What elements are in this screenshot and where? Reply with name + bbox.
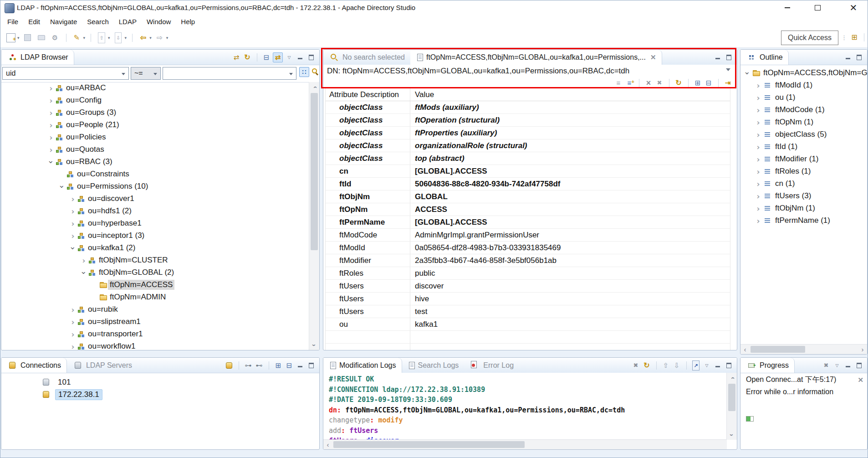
tree-item[interactable]: ›ou=Groups (3) xyxy=(1,107,309,119)
refresh-icon[interactable] xyxy=(642,361,651,370)
tab-modification-logs[interactable]: Modification Logs xyxy=(323,358,402,373)
search-value-combo[interactable] xyxy=(163,67,296,80)
plug2-icon[interactable] xyxy=(255,361,264,370)
attribute-row[interactable]: ftUsersdiscover xyxy=(326,280,730,293)
save-button[interactable] xyxy=(21,32,34,44)
chevron-right-icon[interactable]: › xyxy=(69,340,77,350)
attribute-row[interactable]: objectClassftOperation (structural) xyxy=(326,114,730,127)
log-vscrollbar[interactable]: › › xyxy=(726,373,737,440)
cancel-task-icon[interactable]: ✕ xyxy=(858,376,863,384)
dropdown-arrow-icon[interactable]: ▾ xyxy=(166,36,168,40)
attribute-row[interactable]: objectClassorganizationalRole (structura… xyxy=(326,139,730,152)
close-tab-icon[interactable]: ✕ xyxy=(650,53,656,62)
remove-all-icon[interactable] xyxy=(822,361,831,370)
gear-button[interactable] xyxy=(49,32,61,44)
outline-item[interactable]: ›ftRoles (1) xyxy=(740,165,867,178)
chevron-right-icon[interactable]: › xyxy=(754,129,762,141)
chevron-right-icon[interactable]: › xyxy=(47,144,55,156)
attribute-row[interactable]: ftPermName[GLOBAL].ACCESS xyxy=(326,216,730,229)
tree-item[interactable]: ou=Constraints xyxy=(1,168,309,180)
tab-outline[interactable]: Outline xyxy=(740,50,789,65)
tree-item[interactable]: ›ou=hdfs1 (2) xyxy=(1,205,309,217)
tree-item[interactable]: ›ou=People (21) xyxy=(1,119,309,131)
chevron-right-icon[interactable]: › xyxy=(69,205,77,217)
collapse-all-icon[interactable] xyxy=(704,78,713,87)
connection-item[interactable]: 101 xyxy=(41,376,73,388)
tab-no-search-selected[interactable]: No search selected xyxy=(323,50,410,65)
tab-ldap-browser[interactable]: LDAP Browser xyxy=(1,50,74,65)
ldap-new-icon[interactable] xyxy=(225,361,234,370)
collapse-all-icon[interactable] xyxy=(262,53,271,62)
chevron-right-icon[interactable]: › xyxy=(754,92,762,104)
browser-tree-scrollbar[interactable]: › › xyxy=(309,82,319,350)
minimize-icon[interactable] xyxy=(843,53,853,62)
menu-icon[interactable] xyxy=(285,53,294,62)
chevron-right-icon[interactable]: › xyxy=(754,79,762,92)
maximize-icon[interactable] xyxy=(854,361,863,370)
chevron-right-icon[interactable]: › xyxy=(69,217,77,230)
menu-window[interactable]: Window xyxy=(142,16,176,27)
expand-all-icon[interactable] xyxy=(693,78,702,87)
refresh-icon[interactable] xyxy=(243,53,252,62)
tab-ldap-servers[interactable]: LDAP Servers xyxy=(67,358,138,373)
tree-item[interactable]: ›ou=Config xyxy=(1,94,309,107)
import-button[interactable]: ▾ xyxy=(95,32,111,44)
tab-entry-editor[interactable]: ftOpNm=ACCESS,ftObjNm=GLOBAL,ou=kafka1,o… xyxy=(410,50,662,65)
new-value-icon[interactable] xyxy=(625,78,634,87)
perspective-new-icon[interactable] xyxy=(850,33,859,42)
outline-item[interactable]: ›cn (1) xyxy=(740,178,867,190)
chevron-right-icon[interactable]: › xyxy=(754,202,762,215)
tree-item[interactable]: ›ou=ARBAC xyxy=(1,82,309,94)
plug-icon[interactable] xyxy=(244,361,253,370)
chevron-right-icon[interactable]: › xyxy=(47,119,55,131)
dropdown-arrow-icon[interactable]: ▾ xyxy=(108,36,110,40)
collapse-all-icon[interactable] xyxy=(285,361,294,370)
tab-progress[interactable]: Progress xyxy=(740,358,795,373)
search-attribute-combo[interactable]: uid xyxy=(2,67,129,80)
quick-access-button[interactable]: Quick Access xyxy=(781,31,838,45)
tree-item[interactable]: ›ou=transporter1 xyxy=(1,328,309,340)
refresh-icon[interactable] xyxy=(674,78,683,87)
tree-item[interactable]: ›ftObjNm=GLOBAL (2) xyxy=(1,267,309,279)
chevron-right-icon[interactable]: › xyxy=(47,107,55,119)
outline-item[interactable]: ›ftId (1) xyxy=(740,141,867,153)
tree-item[interactable]: ›ou=workflow1 xyxy=(1,340,309,350)
outline-item[interactable]: ›ou (1) xyxy=(740,92,867,104)
menu-search[interactable]: Search xyxy=(82,16,114,27)
tree-item[interactable]: ›ou=Quotas xyxy=(1,144,309,156)
chevron-right-icon[interactable]: › xyxy=(754,178,762,190)
tree-item[interactable]: ftOpNm=ADMIN xyxy=(1,291,309,304)
link-editor-icon[interactable] xyxy=(232,53,241,62)
dn-dropdown-icon[interactable] xyxy=(726,68,730,71)
maximize-icon[interactable] xyxy=(306,53,316,62)
outline-item[interactable]: ›ftModifier (1) xyxy=(740,153,867,165)
outline-hscrollbar[interactable]: ‹ › xyxy=(740,344,867,354)
dropdown-arrow-icon[interactable]: ▾ xyxy=(149,36,152,40)
new-attribute-icon[interactable] xyxy=(614,78,623,87)
menu-icon[interactable] xyxy=(702,361,711,370)
chevron-right-icon[interactable]: › xyxy=(69,316,77,328)
chevron-right-icon[interactable]: › xyxy=(754,141,762,153)
export-icon[interactable] xyxy=(691,361,700,370)
chevron-down-icon[interactable]: › xyxy=(69,242,77,254)
tree-item[interactable]: ›ou=RBAC (3) xyxy=(1,156,309,168)
tree-item[interactable]: ›ou=discover1 xyxy=(1,193,309,205)
attribute-row[interactable]: ftId50604836-88c8-4820-934b-742af47758df xyxy=(326,178,730,190)
menu-file[interactable]: File xyxy=(2,16,23,27)
attribute-row[interactable]: ftModCodeAdminMgrImpl.grantPermissionUse… xyxy=(326,229,730,242)
outline-item[interactable]: ›ftObjNm (1) xyxy=(740,202,867,215)
delete-icon[interactable] xyxy=(644,78,653,87)
quick-search-button[interactable] xyxy=(311,67,320,76)
tree-item[interactable]: ›ou=slipstream1 xyxy=(1,316,309,328)
attribute-row[interactable]: objectClasstop (abstract) xyxy=(326,152,730,165)
chevron-right-icon[interactable]: › xyxy=(47,94,55,107)
minimize-view-icon[interactable] xyxy=(713,53,722,62)
new-button[interactable]: ▾ xyxy=(5,32,20,44)
outline-item[interactable]: ›ftModId (1) xyxy=(740,79,867,92)
maximize-button[interactable] xyxy=(805,0,830,15)
minimize-button[interactable] xyxy=(775,0,800,15)
outline-item[interactable]: ›objectClass (5) xyxy=(740,129,867,141)
chevron-right-icon[interactable]: › xyxy=(754,153,762,165)
attribute-row[interactable]: objectClassftProperties (auxiliary) xyxy=(326,127,730,139)
search-operator-combo[interactable]: ~= xyxy=(131,67,161,80)
